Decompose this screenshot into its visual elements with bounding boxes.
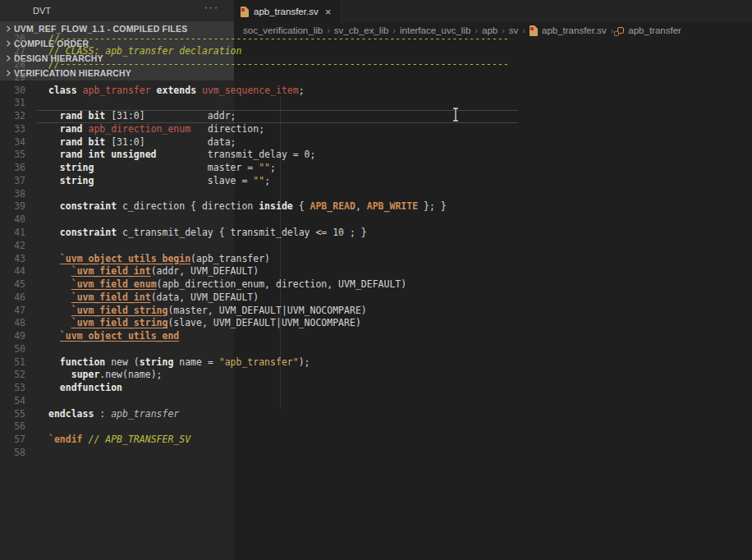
code-editor[interactable]: 26//------------------------------------… — [0, 33, 518, 460]
line-number: 47 — [0, 305, 37, 318]
breadcrumb-label: sv_cb_ex_lib — [334, 25, 388, 35]
breadcrumb-separator: › — [327, 25, 330, 35]
code-line-text: // CLASS: apb_transfer declaration — [37, 45, 518, 58]
line-number: 32 — [0, 110, 37, 123]
breadcrumb-separator: › — [611, 25, 614, 35]
line-number: 37 — [0, 175, 37, 188]
code-line-47[interactable]: 47 `uvm_field_string(master, UVM_DEFAULT… — [0, 305, 518, 318]
code-line-56[interactable]: 56 — [0, 420, 518, 434]
code-line-50[interactable]: 50 — [0, 343, 518, 356]
breadcrumb-item-soc-verification-lib[interactable]: soc_verification_lib — [243, 25, 323, 35]
code-line-43[interactable]: 43 `uvm_object_utils_begin(apb_transfer) — [0, 253, 518, 266]
line-number: 40 — [0, 213, 37, 227]
code-line-30[interactable]: 30class apb_transfer extends uvm_sequenc… — [0, 85, 518, 98]
code-line-text — [37, 447, 518, 460]
code-line-32[interactable]: 32 rand bit [31:0] addr; — [0, 110, 518, 123]
code-line-36[interactable]: 36 string master = ""; — [0, 162, 518, 175]
breadcrumb-label: apb_transfer.sv — [542, 25, 607, 35]
code-line-53[interactable]: 53 endfunction — [0, 382, 518, 395]
breadcrumb-separator: › — [522, 25, 525, 35]
breadcrumb-label: apb — [482, 25, 498, 35]
line-number: 30 — [0, 85, 37, 98]
tab-bar: apb_transfer.sv × — [234, 0, 752, 23]
line-number: 44 — [0, 265, 37, 278]
code-line-44[interactable]: 44 `uvm_field_int(addr, UVM_DEFAULT) — [0, 265, 518, 278]
chevron-right-icon — [4, 25, 14, 33]
code-line-38[interactable]: 38 — [0, 188, 518, 201]
tab-label: apb_transfer.sv — [254, 7, 319, 16]
code-line-text — [37, 240, 518, 253]
code-line-48[interactable]: 48 `uvm_field_string(slave, UVM_DEFAULT|… — [0, 317, 518, 330]
code-line-34[interactable]: 34 rand bit [31:0] data; — [0, 136, 518, 149]
code-line-text: constraint c_transmit_delay { transmit_d… — [37, 227, 518, 240]
line-number: 42 — [0, 240, 37, 253]
line-number: 28 — [0, 58, 37, 71]
line-number: 48 — [0, 317, 37, 330]
line-number: 26 — [0, 33, 37, 46]
code-line-49[interactable]: 49 `uvm_object_utils_end — [0, 330, 518, 343]
class-icon — [617, 27, 624, 34]
code-line-text: `uvm_field_string(slave, UVM_DEFAULT|UVM… — [37, 317, 518, 330]
breadcrumb-separator: › — [392, 25, 396, 35]
code-line-text: class apb_transfer extends uvm_sequence_… — [37, 85, 518, 98]
code-line-29[interactable]: 29 — [0, 71, 518, 85]
code-line-57[interactable]: 57`endif // APB_TRANSFER_SV — [0, 434, 518, 447]
code-line-text: string master = ""; — [37, 162, 518, 175]
line-number: 41 — [0, 227, 37, 240]
code-line-45[interactable]: 45 `uvm_field_enum(apb_direction_enum, d… — [0, 278, 518, 291]
breadcrumb-item-sv-cb-ex-lib[interactable]: sv_cb_ex_lib — [334, 25, 388, 35]
code-line-42[interactable]: 42 — [0, 240, 518, 253]
code-line-text — [37, 213, 518, 227]
code-line-39[interactable]: 39 constraint c_direction { direction in… — [0, 200, 518, 213]
code-line-27[interactable]: 27// CLASS: apb_transfer declaration — [0, 45, 518, 58]
code-line-46[interactable]: 46 `uvm_field_int(data, UVM_DEFAULT) — [0, 291, 518, 305]
breadcrumb-label: soc_verification_lib — [243, 25, 323, 35]
line-number: 50 — [0, 343, 37, 356]
tab-apb-transfer-sv[interactable]: apb_transfer.sv × — [234, 0, 339, 23]
code-line-58[interactable]: 58 — [0, 447, 518, 460]
more-actions-icon[interactable]: ··· — [204, 2, 219, 13]
line-number: 46 — [0, 291, 37, 305]
code-line-35[interactable]: 35 rand int unsigned transmit_delay = 0; — [0, 149, 518, 162]
code-line-51[interactable]: 51 function new (string name = "apb_tran… — [0, 356, 518, 370]
close-icon[interactable]: × — [325, 7, 332, 17]
code-line-text: `uvm_field_enum(apb_direction_enum, dire… — [37, 278, 518, 291]
breadcrumb-item-apb[interactable]: apb — [482, 25, 498, 35]
code-line-text: rand bit [31:0] data; — [37, 136, 518, 149]
breadcrumb-item-apb-transfer-sv[interactable]: apb_transfer.sv — [530, 25, 607, 36]
code-line-text: //--------------------------------------… — [37, 58, 518, 71]
code-line-text — [37, 71, 518, 85]
line-number: 35 — [0, 149, 37, 162]
sidebar-header: DVT ··· — [0, 0, 234, 21]
code-line-text: function new (string name = "apb_transfe… — [37, 356, 518, 370]
breadcrumb-separator: › — [475, 25, 478, 35]
breadcrumb-item-apb-transfer[interactable]: apb_transfer — [617, 25, 681, 35]
line-number: 43 — [0, 253, 37, 266]
code-line-text — [37, 97, 518, 110]
line-number: 49 — [0, 330, 37, 343]
breadcrumb-item-sv[interactable]: sv — [509, 25, 519, 35]
line-number: 36 — [0, 162, 37, 175]
code-line-text: rand int unsigned transmit_delay = 0; — [37, 149, 518, 162]
code-line-text: `uvm_field_string(master, UVM_DEFAULT|UV… — [37, 305, 518, 318]
code-line-text — [37, 395, 518, 408]
breadcrumb: soc_verification_lib›sv_cb_ex_lib›interf… — [234, 23, 752, 38]
code-line-41[interactable]: 41 constraint c_transmit_delay { transmi… — [0, 227, 518, 240]
breadcrumb-label: sv — [509, 25, 519, 35]
code-line-54[interactable]: 54 — [0, 395, 518, 408]
code-line-text — [37, 343, 518, 356]
code-line-55[interactable]: 55endclass : apb_transfer — [0, 408, 518, 421]
code-line-text — [37, 420, 518, 434]
code-line-text: rand apb_direction_enum direction; — [37, 123, 518, 136]
code-line-text: `endif // APB_TRANSFER_SV — [37, 434, 518, 447]
code-line-28[interactable]: 28//------------------------------------… — [0, 58, 518, 71]
line-number: 57 — [0, 434, 37, 447]
code-line-40[interactable]: 40 — [0, 213, 518, 227]
code-line-52[interactable]: 52 super.new(name); — [0, 369, 518, 382]
code-line-31[interactable]: 31 — [0, 97, 518, 110]
breadcrumb-item-interface-uvc-lib[interactable]: interface_uvc_lib — [400, 25, 470, 35]
line-number: 56 — [0, 420, 37, 434]
code-line-text: `uvm_field_int(data, UVM_DEFAULT) — [37, 291, 518, 305]
code-line-33[interactable]: 33 rand apb_direction_enum direction; — [0, 123, 518, 136]
code-line-37[interactable]: 37 string slave = ""; — [0, 175, 518, 188]
